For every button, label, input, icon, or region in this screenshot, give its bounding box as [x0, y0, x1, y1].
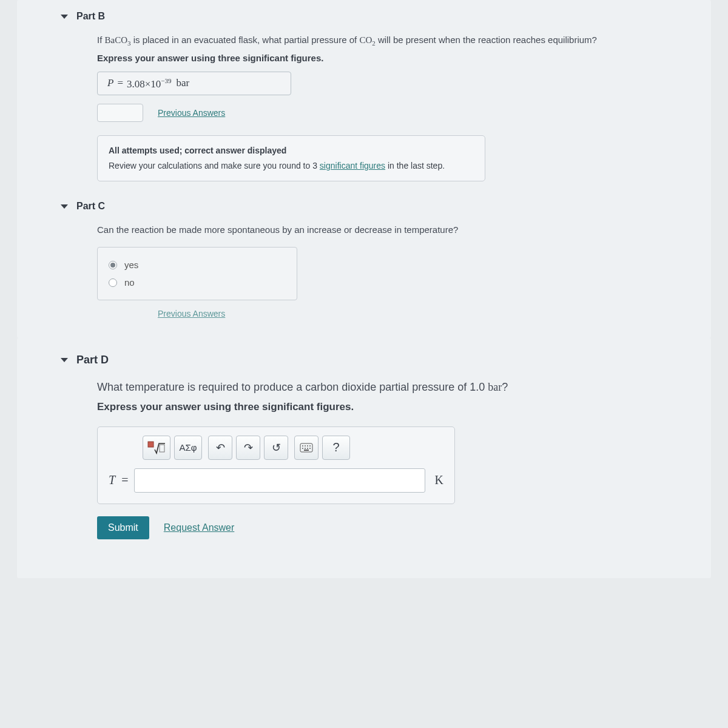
part-b-disabled-button [97, 104, 143, 122]
part-b-feedback: All attempts used; correct answer displa… [97, 135, 485, 181]
radio-icon [109, 261, 117, 269]
chevron-down-icon [61, 358, 68, 362]
undo-button[interactable]: ↶ [208, 436, 232, 460]
chevron-down-icon [61, 15, 68, 19]
part-b-previous-answers-link[interactable]: Previous Answers [158, 108, 225, 118]
request-answer-link[interactable]: Request Answer [164, 522, 235, 533]
upper-section: Part B If BaCO3 is placed in an evacuate… [17, 0, 711, 338]
part-c-body: Can the reaction be made more spontaneou… [17, 223, 711, 333]
chevron-down-icon [61, 204, 68, 209]
svg-point-7 [302, 448, 303, 449]
part-d-instruction: Express your answer using three signific… [97, 401, 711, 413]
part-c-question: Can the reaction be made more spontaneou… [97, 223, 711, 237]
svg-point-10 [309, 448, 311, 449]
option-yes[interactable]: yes [109, 256, 286, 274]
keyboard-button[interactable] [294, 436, 318, 460]
significant-figures-link[interactable]: significant figures [320, 161, 385, 170]
svg-point-5 [307, 445, 308, 447]
part-c-header[interactable]: Part C [17, 196, 711, 223]
part-c-title: Part C [76, 201, 105, 212]
sqrt-icon [147, 441, 166, 454]
redo-button[interactable]: ↷ [236, 436, 260, 460]
help-button[interactable]: ? [322, 436, 350, 460]
greek-symbols-button[interactable]: ΑΣφ [174, 436, 202, 460]
part-d-section: Part D What temperature is required to p… [17, 338, 711, 578]
part-c-options: yes no [97, 247, 297, 300]
submit-button[interactable]: Submit [97, 516, 149, 539]
svg-rect-0 [148, 442, 153, 447]
svg-rect-1 [160, 445, 164, 452]
part-b-question: If BaCO3 is placed in an evacuated flask… [97, 33, 711, 49]
part-b-feedback-text: Review your calculations and make sure y… [109, 160, 474, 172]
svg-point-9 [307, 448, 308, 449]
svg-point-4 [305, 445, 306, 447]
svg-point-6 [309, 445, 311, 447]
part-b-header[interactable]: Part B [17, 6, 711, 33]
equation-toolbar: ΑΣφ ↶ ↷ ↺ [143, 436, 443, 460]
equation-editor: ΑΣφ ↶ ↷ ↺ [97, 426, 455, 504]
part-b-answer-value: 3.08×10−39 [127, 77, 172, 90]
part-b-title: Part B [76, 11, 105, 22]
part-b-answer-display: P = 3.08×10−39 bar [97, 72, 291, 96]
option-yes-label: yes [124, 260, 138, 270]
option-no[interactable]: no [109, 274, 286, 291]
part-d-header[interactable]: Part D [17, 349, 711, 377]
keyboard-icon [300, 443, 313, 453]
part-d-unit: K [435, 473, 443, 487]
part-d-answer-input[interactable] [134, 468, 425, 493]
part-b-instruction: Express your answer using three signific… [97, 53, 711, 63]
part-d-question: What temperature is required to produce … [97, 377, 711, 397]
part-d-body: What temperature is required to produce … [17, 377, 711, 553]
reset-icon: ↺ [272, 441, 281, 454]
templates-button[interactable] [143, 436, 170, 460]
part-c-previous-answers-link[interactable]: Previous Answers [158, 309, 225, 318]
radio-icon [109, 278, 117, 287]
option-no-label: no [124, 277, 135, 288]
part-b-feedback-title: All attempts used; correct answer displa… [109, 144, 474, 157]
part-d-variable: T [109, 473, 115, 487]
svg-point-8 [305, 448, 306, 449]
reset-button[interactable]: ↺ [264, 436, 288, 460]
svg-point-3 [302, 445, 303, 447]
svg-rect-11 [304, 450, 309, 451]
redo-icon: ↷ [244, 441, 253, 454]
part-d-title: Part D [76, 354, 109, 366]
undo-icon: ↶ [216, 441, 225, 454]
part-b-body: If BaCO3 is placed in an evacuated flask… [17, 33, 711, 196]
